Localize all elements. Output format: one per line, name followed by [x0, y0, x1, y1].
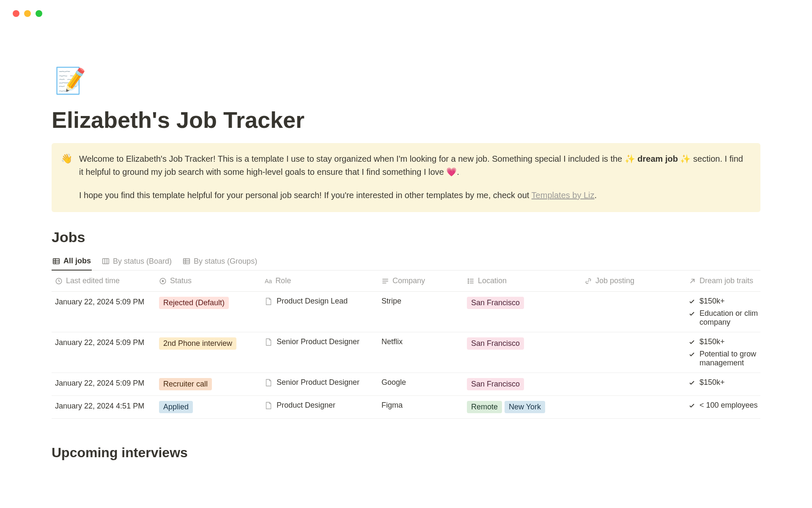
- status-tag: Recruiter call: [159, 378, 212, 390]
- cell-status[interactable]: Applied: [159, 401, 265, 413]
- callout-block[interactable]: 👋 Welcome to Elizabeth's Job Tracker! Th…: [52, 143, 760, 212]
- page-title[interactable]: Elizabeth's Job Tracker: [52, 107, 760, 133]
- trait-text: Education or clim company: [700, 309, 760, 327]
- cell-role[interactable]: Senior Product Designer: [265, 337, 381, 346]
- cell-location[interactable]: RemoteNew York: [467, 401, 584, 413]
- jobs-heading[interactable]: Jobs: [52, 229, 760, 246]
- board-icon: [102, 257, 110, 265]
- status-tag: Applied: [159, 401, 193, 413]
- window-minimize[interactable]: [24, 10, 31, 17]
- col-label: Dream job traits: [700, 276, 753, 285]
- cell-dream-traits[interactable]: $150k+Education or clim company: [689, 297, 760, 327]
- svg-point-17: [468, 279, 469, 279]
- role-title: Senior Product Designer: [277, 337, 359, 346]
- link-icon: [584, 277, 592, 285]
- table-row[interactable]: January 22, 2024 5:09 PM2nd Phone interv…: [52, 332, 760, 373]
- status-icon: [159, 277, 167, 285]
- check-icon: [689, 310, 695, 317]
- page-icon: [265, 297, 272, 306]
- status-tag: Rejected (Default): [159, 297, 229, 309]
- role-title: Senior Product Designer: [277, 378, 359, 387]
- wave-icon: 👋: [61, 152, 72, 202]
- svg-rect-7: [184, 259, 190, 264]
- table-row[interactable]: January 22, 2024 5:09 PMRejected (Defaul…: [52, 292, 760, 332]
- sparkle-icon: ✨: [625, 154, 635, 163]
- view-tabs: All jobs By status (Board) By status (Gr…: [52, 253, 760, 271]
- col-last-edited[interactable]: Last edited time: [52, 276, 159, 285]
- cell-company[interactable]: Google: [381, 378, 467, 387]
- tab-all-jobs[interactable]: All jobs: [52, 253, 92, 271]
- cell-company[interactable]: Stripe: [381, 297, 467, 306]
- templates-link[interactable]: Templates by Liz: [532, 190, 595, 200]
- callout-text-c: I hope you find this template helpful fo…: [79, 190, 532, 200]
- cell-company[interactable]: Figma: [381, 401, 467, 410]
- page-icon: [265, 401, 272, 410]
- cell-status[interactable]: 2nd Phone interview: [159, 337, 265, 350]
- trait-item: $150k+: [689, 378, 725, 387]
- check-icon: [689, 298, 695, 305]
- location-tag: San Francisco: [467, 337, 524, 350]
- table-row[interactable]: January 22, 2024 5:09 PMRecruiter callSe…: [52, 373, 760, 396]
- page-icon: [265, 338, 272, 346]
- window-maximize[interactable]: [36, 10, 42, 17]
- table-row[interactable]: January 22, 2024 4:51 PMAppliedProduct D…: [52, 396, 760, 419]
- location-tag: San Francisco: [467, 297, 524, 309]
- cell-status[interactable]: Rejected (Default): [159, 297, 265, 309]
- col-label: Role: [275, 276, 291, 285]
- check-icon: [689, 339, 695, 345]
- cell-location[interactable]: San Francisco: [467, 337, 584, 350]
- col-location[interactable]: Location: [467, 276, 584, 285]
- location-tag: New York: [505, 401, 545, 413]
- cell-location[interactable]: San Francisco: [467, 297, 584, 309]
- text-icon: Aa: [265, 278, 272, 284]
- col-label: Company: [392, 276, 425, 285]
- lines-icon: [381, 277, 389, 285]
- col-job-posting[interactable]: Job posting: [584, 276, 689, 285]
- col-label: Last edited time: [66, 276, 120, 285]
- trait-text: $150k+: [700, 297, 725, 306]
- svg-point-18: [468, 281, 469, 282]
- callout-bold: dream job: [637, 154, 678, 163]
- jobs-table: Last edited time Status Aa Role Company …: [52, 271, 760, 419]
- page-icon[interactable]: 📝: [52, 59, 89, 102]
- clock-icon: [55, 277, 63, 285]
- trait-item: < 100 employees: [689, 401, 758, 410]
- trait-item: Education or clim company: [689, 309, 760, 327]
- cell-location[interactable]: San Francisco: [467, 378, 584, 390]
- location-tag: Remote: [467, 401, 502, 413]
- cell-dream-traits[interactable]: $150k+: [689, 378, 760, 387]
- arrow-up-right-icon: [689, 277, 696, 285]
- callout-period2: .: [595, 190, 597, 200]
- cell-dream-traits[interactable]: < 100 employees: [689, 401, 760, 410]
- cell-status[interactable]: Recruiter call: [159, 378, 265, 390]
- cell-dream-traits[interactable]: $150k+Potential to grow management: [689, 337, 760, 367]
- check-icon: [689, 379, 695, 386]
- col-status[interactable]: Status: [159, 276, 265, 285]
- trait-text: $150k+: [700, 378, 725, 387]
- svg-point-13: [162, 280, 164, 282]
- table-header: Last edited time Status Aa Role Company …: [52, 271, 760, 292]
- cell-role[interactable]: Product Designer: [265, 401, 381, 410]
- tab-by-status-board[interactable]: By status (Board): [101, 253, 173, 270]
- svg-point-19: [468, 282, 469, 283]
- tab-by-status-groups[interactable]: By status (Groups): [182, 253, 258, 270]
- col-label: Location: [478, 276, 507, 285]
- cell-last-edited: January 22, 2024 5:09 PM: [52, 337, 159, 347]
- list-icon: [467, 277, 475, 285]
- svg-rect-0: [53, 258, 60, 263]
- trait-item: $150k+: [689, 337, 725, 346]
- col-company[interactable]: Company: [381, 276, 467, 285]
- col-dream-traits[interactable]: Dream job traits: [689, 276, 760, 285]
- cell-role[interactable]: Product Design Lead: [265, 297, 381, 306]
- callout-period: .: [457, 167, 459, 177]
- col-role[interactable]: Aa Role: [265, 276, 381, 285]
- role-title: Product Designer: [277, 401, 335, 410]
- upcoming-heading[interactable]: Upcoming interviews: [52, 445, 760, 461]
- location-tag: San Francisco: [467, 378, 524, 390]
- cell-last-edited: January 22, 2024 4:51 PM: [52, 401, 159, 411]
- cell-role[interactable]: Senior Product Designer: [265, 378, 381, 387]
- svg-rect-4: [103, 259, 109, 264]
- cell-company[interactable]: Netflix: [381, 337, 467, 346]
- window-close[interactable]: [13, 10, 19, 17]
- heart-icon: 💗: [446, 167, 457, 177]
